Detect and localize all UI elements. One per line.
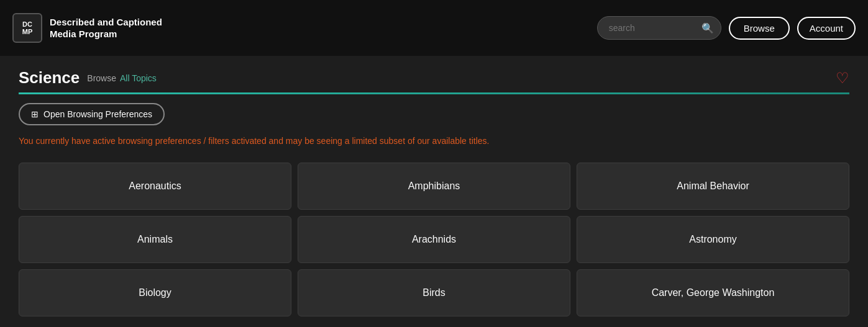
account-button[interactable]: Account [797,17,856,40]
breadcrumb-area: Science Browse All Topics ♡ [19,68,849,87]
all-topics-link[interactable]: All Topics [120,73,157,83]
org-name: Described and Captioned Media Program [50,16,162,40]
filter-warning-text: You currently have active browsing prefe… [19,135,849,148]
topic-card[interactable]: Biology [19,269,291,316]
logo-area: DC MP Described and Captioned Media Prog… [12,13,162,43]
prefs-icon: ⊞ [31,109,39,119]
logo-icon: DC MP [12,13,42,43]
breadcrumb-left: Science Browse All Topics [19,68,157,87]
teal-divider [19,92,849,94]
topic-grid: AeronauticsAmphibiansAnimal BehaviorAnim… [19,163,849,316]
topic-card[interactable]: Astronomy [577,216,849,263]
topic-card[interactable]: Carver, George Washington [577,269,849,316]
topic-card[interactable]: Amphibians [298,163,570,210]
topic-card[interactable]: Arachnids [298,216,570,263]
topic-card[interactable]: Animal Behavior [577,163,849,210]
search-container: 🔍 [597,16,721,40]
main-content: Science Browse All Topics ♡ ⊞ Open Brows… [0,56,868,327]
topic-card[interactable]: Birds [298,269,570,316]
header-right: 🔍 Browse Account [597,16,856,40]
topic-card[interactable]: Animals [19,216,291,263]
page-title: Science [19,68,80,87]
browse-button[interactable]: Browse [729,17,790,40]
favorite-icon[interactable]: ♡ [836,69,849,87]
topic-card[interactable]: Aeronautics [19,163,291,210]
search-icon-button[interactable]: 🔍 [701,22,714,34]
site-header: DC MP Described and Captioned Media Prog… [0,0,868,56]
open-browsing-preferences-button[interactable]: ⊞ Open Browsing Preferences [19,103,165,125]
prefs-button-label: Open Browsing Preferences [43,109,152,119]
breadcrumb-browse-label: Browse [87,73,116,83]
breadcrumb: Browse All Topics [87,73,157,83]
